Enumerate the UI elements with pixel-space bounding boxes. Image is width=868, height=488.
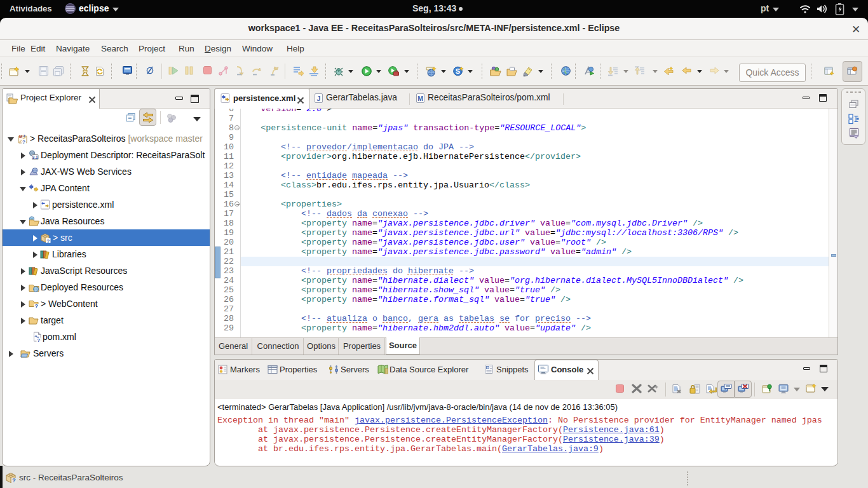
svg-text:?: ? [46,238,50,243]
svg-text:M: M [19,135,22,139]
svg-text:3.1: 3.1 [32,155,38,159]
svg-text:J: J [23,134,25,138]
svg-text:?: ? [37,337,40,342]
svg-text:J: J [317,95,321,102]
svg-text:?: ? [35,303,38,309]
svg-text:?: ? [12,477,16,483]
svg-text:M: M [417,95,423,102]
svg-text:?: ? [22,139,25,144]
